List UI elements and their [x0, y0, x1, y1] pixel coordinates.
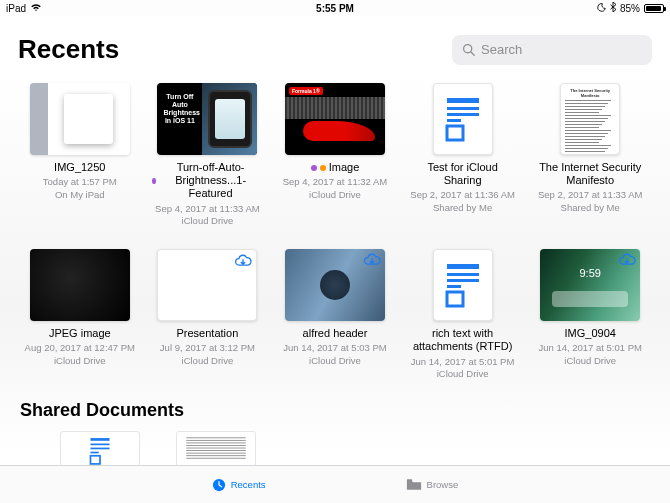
file-meta: Jun 14, 2017 at 5:01 PMiCloud Drive — [411, 356, 515, 381]
file-item[interactable]: PresentationJul 9, 2017 at 3:12 PMiCloud… — [148, 249, 268, 380]
svg-rect-10 — [447, 285, 461, 288]
file-meta: Aug 20, 2017 at 12:47 PMiCloud Drive — [25, 342, 135, 367]
file-name: rich text with attachments (RTFD) — [408, 327, 518, 353]
file-thumbnail: Turn Off Auto Brightness in iOS 11 — [157, 83, 257, 155]
file-name: IMG_1250 — [54, 161, 105, 174]
file-item[interactable]: IMG_1250Today at 1:57 PMOn My iPad — [20, 83, 140, 227]
svg-rect-7 — [447, 264, 479, 269]
file-thumbnail — [285, 249, 385, 321]
file-meta: Sep 2, 2017 at 11:36 AMShared by Me — [410, 189, 515, 214]
file-thumbnail — [30, 249, 130, 321]
svg-rect-15 — [90, 452, 98, 454]
file-thumbnail: 9:59 — [540, 249, 640, 321]
file-name: Turn-off-Auto-Brightness...1-Featured — [152, 161, 262, 201]
tab-recents-label: Recents — [231, 479, 266, 490]
search-placeholder: Search — [481, 42, 522, 57]
search-icon — [462, 43, 475, 56]
svg-rect-4 — [447, 113, 479, 116]
color-tag-dot — [152, 178, 155, 184]
file-name: JPEG image — [49, 327, 111, 340]
svg-rect-14 — [90, 448, 109, 450]
file-thumbnail — [433, 249, 493, 321]
shared-item[interactable] — [176, 431, 256, 465]
file-name: Presentation — [177, 327, 239, 340]
cloud-download-icon — [234, 254, 252, 270]
file-meta: Sep 4, 2017 at 11:33 AMiCloud Drive — [155, 203, 260, 228]
svg-rect-6 — [447, 126, 463, 140]
file-meta: Sep 2, 2017 at 11:33 AMShared by Me — [538, 189, 643, 214]
file-thumbnail — [157, 249, 257, 321]
tab-recents[interactable]: Recents — [212, 478, 266, 492]
svg-line-1 — [471, 52, 474, 55]
tab-bar: Recents Browse — [0, 465, 670, 503]
file-item[interactable]: JPEG imageAug 20, 2017 at 12:47 PMiCloud… — [20, 249, 140, 380]
clock-icon — [212, 478, 226, 492]
file-name: alfred header — [303, 327, 368, 340]
bluetooth-icon — [610, 2, 616, 14]
file-meta: Jun 14, 2017 at 5:03 PMiCloud Drive — [283, 342, 387, 367]
svg-rect-18 — [406, 479, 411, 481]
dnd-moon-icon — [597, 3, 606, 14]
tab-browse[interactable]: Browse — [406, 478, 459, 491]
file-meta: Today at 1:57 PMOn My iPad — [43, 176, 117, 201]
content-area: IMG_1250Today at 1:57 PMOn My iPadTurn O… — [0, 73, 670, 465]
file-item[interactable]: Test for iCloud SharingSep 2, 2017 at 11… — [403, 83, 523, 227]
device-label: iPad — [6, 3, 26, 14]
file-item[interactable]: The Internet Security ManifestoThe Inter… — [530, 83, 650, 227]
svg-rect-13 — [90, 444, 109, 446]
color-tag-dot — [320, 165, 326, 171]
battery-icon — [644, 4, 664, 13]
status-bar: iPad 5:55 PM 85% — [0, 0, 670, 16]
svg-rect-9 — [447, 279, 479, 282]
file-meta: Sep 4, 2017 at 11:32 AMiCloud Drive — [283, 176, 388, 201]
wifi-icon — [30, 3, 42, 14]
svg-rect-16 — [90, 456, 100, 464]
svg-rect-12 — [90, 438, 109, 441]
cloud-download-icon — [363, 253, 381, 269]
file-item[interactable]: alfred headerJun 14, 2017 at 5:03 PMiClo… — [275, 249, 395, 380]
file-thumbnail: Formula 1® — [285, 83, 385, 155]
header: Recents Search — [0, 16, 670, 73]
cloud-download-icon — [618, 253, 636, 269]
file-thumbnail — [30, 83, 130, 155]
svg-rect-2 — [447, 98, 479, 103]
file-meta: Jun 14, 2017 at 5:01 PMiCloud Drive — [538, 342, 642, 367]
svg-rect-11 — [447, 292, 463, 306]
file-name: IMG_0904 — [565, 327, 616, 340]
shared-documents-section: Shared Documents — [20, 400, 650, 465]
svg-rect-5 — [447, 119, 461, 122]
file-meta: Jul 9, 2017 at 3:12 PMiCloud Drive — [160, 342, 255, 367]
file-name: Test for iCloud Sharing — [408, 161, 518, 187]
recents-grid: IMG_1250Today at 1:57 PMOn My iPadTurn O… — [20, 83, 650, 380]
file-name: The Internet Security Manifesto — [535, 161, 645, 187]
battery-percent: 85% — [620, 3, 640, 14]
shared-item[interactable] — [60, 431, 140, 465]
file-item[interactable]: rich text with attachments (RTFD)Jun 14,… — [403, 249, 523, 380]
folder-icon — [406, 478, 422, 491]
search-input[interactable]: Search — [452, 35, 652, 65]
page-title: Recents — [18, 34, 119, 65]
file-item[interactable]: 9:59IMG_0904Jun 14, 2017 at 5:01 PMiClou… — [530, 249, 650, 380]
file-name: Image — [311, 161, 360, 174]
color-tag-dot — [311, 165, 317, 171]
svg-rect-8 — [447, 273, 479, 276]
file-item[interactable]: Turn Off Auto Brightness in iOS 11Turn-o… — [148, 83, 268, 227]
clock: 5:55 PM — [316, 3, 354, 14]
tab-browse-label: Browse — [427, 479, 459, 490]
shared-documents-title: Shared Documents — [20, 400, 650, 427]
file-thumbnail: The Internet Security Manifesto — [560, 83, 620, 155]
svg-rect-3 — [447, 107, 479, 110]
file-thumbnail — [433, 83, 493, 155]
file-item[interactable]: Formula 1®ImageSep 4, 2017 at 11:32 AMiC… — [275, 83, 395, 227]
